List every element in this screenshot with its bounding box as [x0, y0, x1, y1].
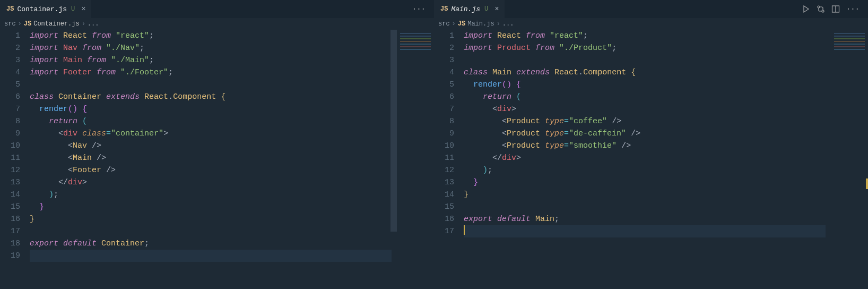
breadcrumb-tail: ... [88, 20, 99, 28]
js-file-icon: JS [458, 20, 465, 28]
scrollbar[interactable] [390, 30, 397, 289]
breadcrumb-tail: ... [502, 20, 514, 28]
overview-marker [866, 178, 868, 189]
js-file-icon: JS [6, 5, 14, 13]
svg-point-0 [818, 6, 820, 8]
code-area[interactable]: import React from "react"; import Nav fr… [30, 30, 434, 289]
js-file-icon: JS [24, 20, 31, 28]
editor-pane-right: JS Main.js U × ··· src › JS Main.js › ..… [434, 0, 868, 289]
tab-container-js[interactable]: JS Container.js U × [0, 0, 91, 18]
more-icon[interactable]: ··· [846, 5, 860, 13]
run-icon[interactable] [802, 5, 810, 13]
close-icon[interactable]: × [81, 5, 85, 13]
breadcrumb[interactable]: src › JS Main.js › ... [434, 18, 868, 30]
breadcrumb-file: Main.js [467, 20, 494, 28]
minimap[interactable] [831, 30, 868, 289]
tab-main-js[interactable]: JS Main.js U × [434, 0, 505, 18]
js-file-icon: JS [440, 5, 448, 13]
editor-pane-left: JS Container.js U × ··· src › JS Contain… [0, 0, 434, 289]
git-status-badge: U [484, 5, 488, 13]
more-icon[interactable]: ··· [412, 5, 426, 13]
minimap[interactable] [397, 30, 434, 289]
breadcrumb-file: Container.js [33, 20, 79, 28]
tab-label: Main.js [451, 5, 480, 13]
tab-bar: JS Main.js U × ··· [434, 0, 868, 18]
breadcrumb-folder: src [438, 20, 450, 28]
close-icon[interactable]: × [494, 5, 499, 13]
chevron-right-icon: › [82, 20, 85, 28]
line-gutter: 1234567891011121314151617 [434, 30, 464, 289]
line-gutter: 12345678910111213141516171819 [0, 30, 30, 289]
chevron-right-icon: › [497, 20, 500, 28]
chevron-right-icon: › [18, 20, 22, 28]
breadcrumb-folder: src [4, 20, 16, 28]
tab-bar: JS Container.js U × ··· [0, 0, 434, 18]
code-editor[interactable]: 1234567891011121314151617 import React f… [434, 30, 868, 289]
git-status-badge: U [71, 5, 75, 13]
tab-label: Container.js [17, 5, 67, 13]
code-area[interactable]: import React from "react"; import Produc… [464, 30, 868, 289]
chevron-right-icon: › [452, 20, 456, 28]
svg-point-1 [822, 10, 824, 12]
cursor [464, 225, 465, 235]
diff-icon[interactable] [817, 5, 825, 13]
code-editor[interactable]: 12345678910111213141516171819 import Rea… [0, 30, 434, 289]
split-editor-icon[interactable] [831, 5, 840, 13]
breadcrumb[interactable]: src › JS Container.js › ... [0, 18, 434, 30]
